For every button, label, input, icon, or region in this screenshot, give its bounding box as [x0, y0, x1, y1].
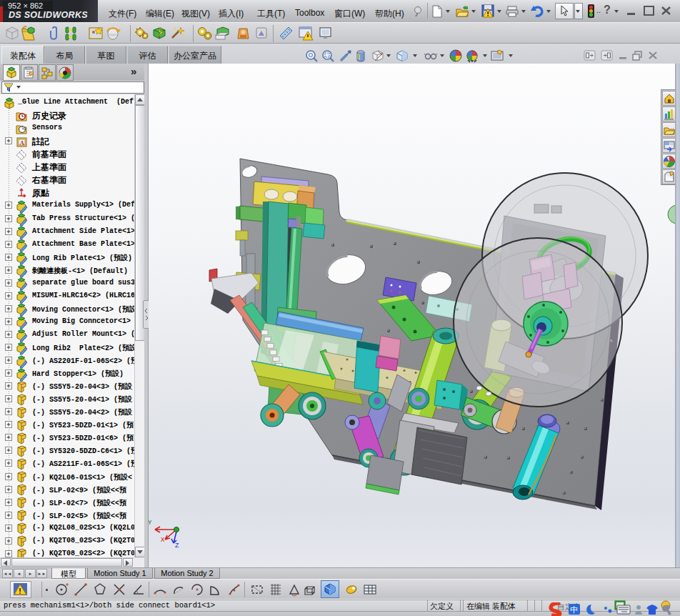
- svg-text:Z: Z: [175, 542, 179, 550]
- svg-text:Y: Y: [149, 520, 152, 527]
- svg-text:X: X: [161, 537, 165, 544]
- svg-text:中: 中: [570, 605, 578, 614]
- svg-text:A: A: [20, 139, 25, 146]
